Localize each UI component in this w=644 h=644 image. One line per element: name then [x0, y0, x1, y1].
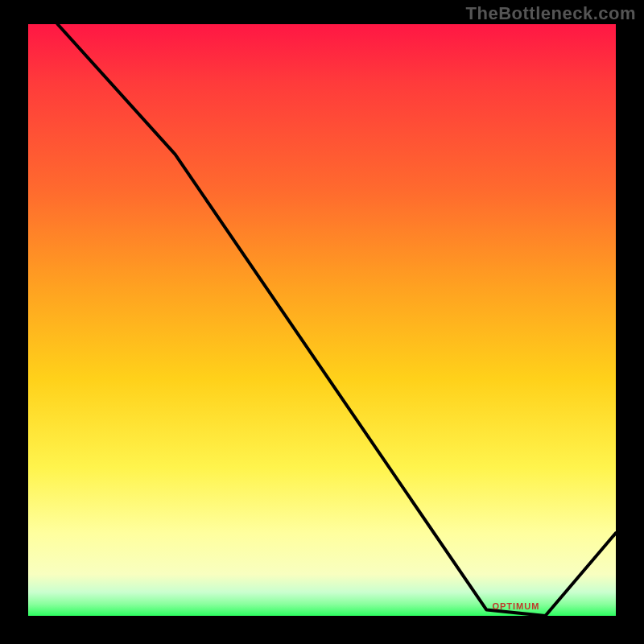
- line-svg: [28, 24, 616, 616]
- chart-frame: TheBottleneck.com OPTIMUM: [0, 0, 644, 644]
- chart-line: [58, 24, 617, 616]
- optimum-marker: OPTIMUM: [492, 601, 539, 611]
- watermark-text: TheBottleneck.com: [466, 3, 636, 24]
- plot-area: OPTIMUM: [28, 24, 616, 616]
